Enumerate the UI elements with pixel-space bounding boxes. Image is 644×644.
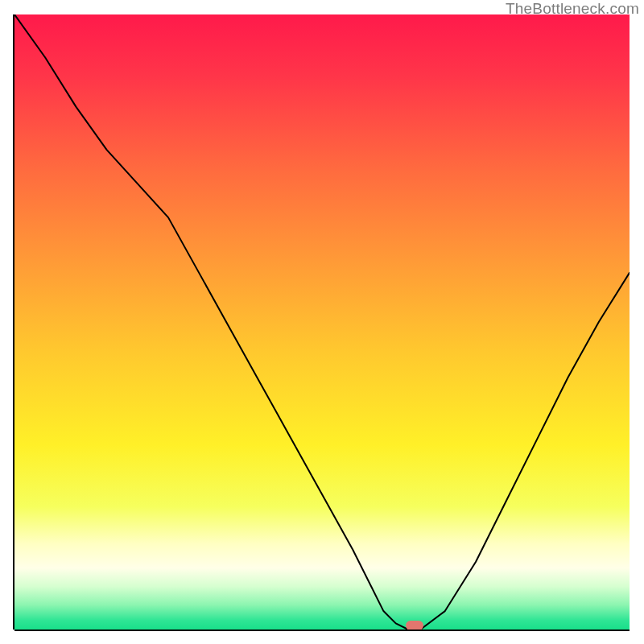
chart-curve [14, 14, 630, 630]
bottleneck-chart: TheBottleneck.com [0, 0, 644, 644]
x-axis [14, 630, 630, 631]
plot-area [14, 14, 630, 630]
y-axis [13, 14, 14, 630]
